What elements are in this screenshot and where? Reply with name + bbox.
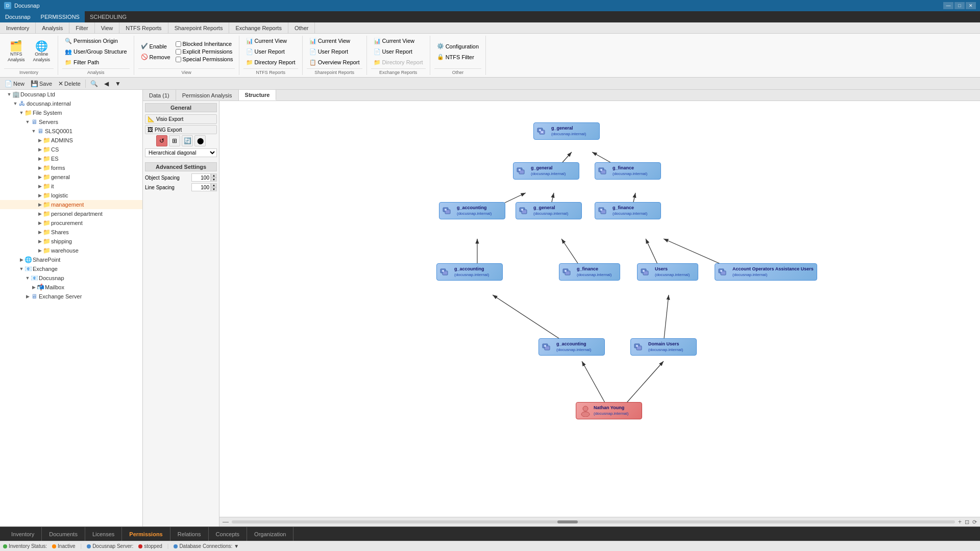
zoom-minus[interactable]: — [223, 518, 229, 525]
tree-item-it[interactable]: ▶ 📁 it [0, 182, 142, 191]
minimize-button[interactable]: — [943, 2, 953, 9]
ribbon-tab-exchange[interactable]: Exchange Reports [229, 22, 288, 33]
ntfs-current-view-button[interactable]: 📊 Current View [243, 36, 298, 46]
tree-item-servers[interactable]: ▼ 🖥 Servers [0, 117, 142, 127]
tree-item-exchange[interactable]: ▼ 📧 Exchange [0, 264, 142, 273]
tree-item-file-system[interactable]: ▼ 📁 File System [0, 108, 142, 117]
expand-warehouse[interactable]: ▶ [37, 247, 43, 254]
png-export-button[interactable]: 🖼 PNG Export [145, 125, 217, 134]
zoom-plus[interactable]: + [958, 518, 962, 525]
ribbon-tab-sharepoint[interactable]: Sharepoint Reports [168, 22, 230, 33]
configuration-button[interactable]: ⚙️ Configuration [434, 41, 481, 52]
reset-view-button[interactable]: ⟳ [972, 519, 977, 525]
node-n8[interactable]: g_finance (docusnap.internal) [559, 263, 620, 281]
tree-item-general[interactable]: ▶ 📁 general [0, 172, 142, 182]
tree-item-procurement[interactable]: ▶ 📁 procurement [0, 218, 142, 228]
expand-docusnap-ltd[interactable]: ▼ [6, 91, 12, 97]
node-n12[interactable]: Domain Users (docusnap.internal) [630, 338, 697, 356]
object-spacing-field[interactable] [191, 173, 211, 182]
back-toolbar-button[interactable]: ◀ [102, 79, 111, 89]
expand-general[interactable]: ▶ [37, 174, 43, 180]
node-n7[interactable]: g_accounting (docusnap.internal) [436, 263, 503, 281]
bottom-nav-inventory[interactable]: Inventory [4, 527, 42, 541]
tree-item-management[interactable]: ▶ 📁 management [0, 200, 142, 209]
tree-item-shipping[interactable]: ▶ 📁 shipping [0, 237, 142, 246]
panel-tab-structure[interactable]: Structure [239, 90, 277, 101]
object-spacing-down[interactable]: ▼ [211, 178, 217, 182]
tree-item-warehouse[interactable]: ▶ 📁 warehouse [0, 246, 142, 255]
expand-admins[interactable]: ▶ [37, 137, 43, 143]
ribbon-tab-ntfs[interactable]: NTFS Reports [119, 22, 168, 33]
menu-scheduling[interactable]: SCHEDULING [85, 11, 132, 22]
node-n4[interactable]: g_accounting (docusnap.internal) [439, 202, 505, 219]
node-n6[interactable]: g_finance (docusnap.internal) [595, 202, 661, 219]
node-n13[interactable]: Nathan Young (docusnap.internal) [576, 402, 642, 419]
tree-item-cs[interactable]: ▶ 📁 CS [0, 145, 142, 154]
line-spacing-up[interactable]: ▲ [211, 183, 217, 187]
ntfs-analysis-button[interactable]: 🗂️ NTFSAnalysis [4, 39, 29, 64]
ribbon-tab-analysis[interactable]: Analysis [36, 22, 69, 33]
dropdown-toolbar-button[interactable]: ▼ [112, 79, 124, 89]
ribbon-tab-inventory[interactable]: Inventory [0, 22, 36, 33]
expand-docusnap-internal[interactable]: ▼ [12, 101, 18, 107]
fit-button[interactable]: ⊡ [965, 519, 969, 525]
filter-path-button[interactable]: 📁 Filter Path [62, 57, 130, 67]
delete-toolbar-button[interactable]: ✕ Delete [56, 79, 83, 89]
expand-it[interactable]: ▶ [37, 183, 43, 189]
close-button[interactable]: ✕ [966, 2, 976, 9]
tree-item-docusnap-internal[interactable]: ▼ 🖧 docusnap.internal [0, 99, 142, 108]
tree-item-admins[interactable]: ▶ 📁 ADMINS [0, 136, 142, 145]
node-n5[interactable]: g_general (docusnap.internal) [516, 202, 582, 219]
tree-item-slsq0001[interactable]: ▼ 🖥 SLSQ0001 [0, 127, 142, 136]
tree-item-docusnap-ex[interactable]: ▼ 📧 Docusnap [0, 273, 142, 283]
ex-directory-report-button[interactable]: 📁 Directory Report [371, 57, 426, 67]
node-n11[interactable]: g_accounting (docusnap.internal) [538, 338, 605, 356]
panel-tab-permission-analysis[interactable]: Permission Analysis [176, 90, 239, 101]
expand-personel[interactable]: ▶ [37, 211, 43, 217]
expand-es[interactable]: ▶ [37, 156, 43, 162]
zoom-slider-track[interactable] [232, 520, 955, 523]
ntfs-filter-button[interactable]: 🔒 NTFS Filter [434, 52, 481, 62]
bottom-nav-documents[interactable]: Documents [42, 527, 85, 541]
sp-user-report-button[interactable]: 📄 User Report [307, 46, 362, 57]
expand-sharepoint[interactable]: ▶ [18, 257, 24, 263]
expand-shipping[interactable]: ▶ [37, 238, 43, 244]
bottom-nav-concepts[interactable]: Concepts [209, 527, 247, 541]
expand-procurement[interactable]: ▶ [37, 220, 43, 226]
expand-exchange-server[interactable]: ▶ [24, 293, 31, 299]
diagram-area[interactable]: g_general (docusnap.internal) g_general [219, 101, 980, 527]
expand-logistic[interactable]: ▶ [37, 192, 43, 198]
ribbon-tab-filter[interactable]: Filter [69, 22, 94, 33]
expand-file-system[interactable]: ▼ [18, 110, 24, 116]
save-toolbar-button[interactable]: 💾 Save [28, 79, 55, 89]
search-toolbar-button[interactable]: 🔍 [88, 79, 101, 89]
user-group-structure-button[interactable]: 👥 User/Group Structure [62, 46, 130, 57]
tree-item-es[interactable]: ▶ 📁 ES [0, 154, 142, 163]
expand-docusnap-ex[interactable]: ▼ [24, 275, 31, 281]
tree-item-forms[interactable]: ▶ 📁 forms [0, 163, 142, 172]
node-n10[interactable]: Account Operators Assistance Users (docu… [715, 263, 817, 281]
permission-origin-button[interactable]: 🔍 Permission Origin [62, 36, 130, 46]
ex-current-view-button[interactable]: 📊 Current View [371, 36, 426, 46]
bottom-nav-organization[interactable]: Organization [247, 527, 293, 541]
tree-item-logistic[interactable]: ▶ 📁 logistic [0, 191, 142, 200]
table-icon-button[interactable]: ⊞ [169, 135, 180, 146]
remove-button[interactable]: 🚫 Remove [138, 52, 173, 62]
bottom-nav-relations[interactable]: Relations [170, 527, 209, 541]
bottom-nav-permissions[interactable]: Permissions [122, 527, 170, 541]
node-n1[interactable]: g_general (docusnap.internal) [533, 122, 600, 140]
tree-item-mailbox[interactable]: ▶ 📬 Mailbox [0, 283, 142, 292]
line-spacing-field[interactable] [191, 183, 211, 191]
object-spacing-up[interactable]: ▲ [211, 173, 217, 178]
tree-item-exchange-server[interactable]: ▶ 🖥 Exchange Server [0, 292, 142, 301]
expand-cs[interactable]: ▶ [37, 146, 43, 153]
panel-tab-data[interactable]: Data (1) [143, 90, 176, 101]
tree-item-shares[interactable]: ▶ 📁 Shares [0, 228, 142, 237]
explicit-permissions-check[interactable]: Explicit Permissions [174, 48, 235, 55]
ntfs-directory-report-button[interactable]: 📁 Directory Report [243, 57, 298, 67]
new-toolbar-button[interactable]: 📄 New [2, 79, 27, 89]
sp-current-view-button[interactable]: 📊 Current View [307, 36, 362, 46]
expand-slsq0001[interactable]: ▼ [31, 128, 37, 134]
expand-management[interactable]: ▶ [37, 202, 43, 208]
expand-servers[interactable]: ▼ [24, 119, 31, 125]
